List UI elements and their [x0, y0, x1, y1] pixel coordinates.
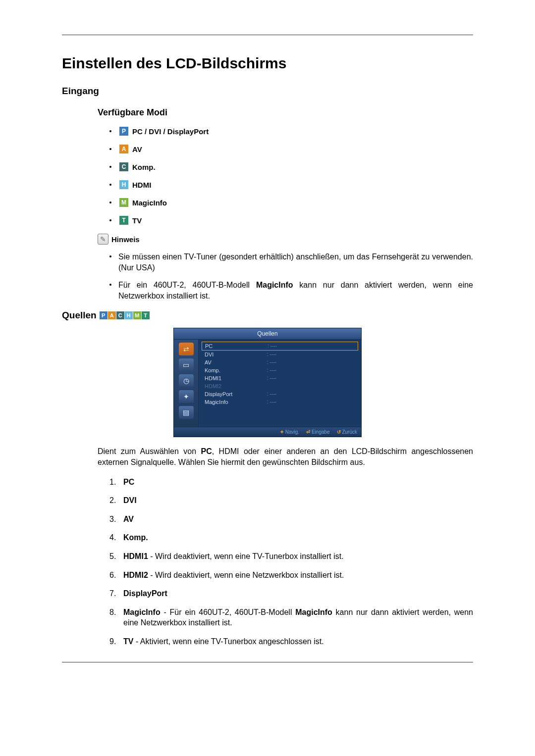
- osd-row-name: MagicInfo: [205, 399, 259, 405]
- osd-footer-navig: ✦ Navig.: [280, 429, 299, 435]
- list-bold: Komp.: [123, 533, 148, 542]
- osd-row-name: DisplayPort: [205, 391, 259, 397]
- osd-row: DisplayPort: ----: [202, 390, 358, 398]
- osd-title: Quellen: [174, 328, 361, 340]
- osd-sidebar-icon: ▭: [179, 358, 194, 371]
- rule-top: [62, 35, 473, 35]
- osd-row-name: AV: [205, 359, 259, 365]
- osd-footer-label: Eingabe: [312, 429, 330, 435]
- osd-row-name: DVI: [205, 352, 259, 357]
- osd-sidebar-icon: ✦: [179, 390, 194, 403]
- mode-label: MagicInfo: [132, 199, 167, 207]
- document-page: Einstellen des LCD-Bildschirms Eingang V…: [0, 0, 535, 692]
- osd-sidebar-icon: ▤: [179, 406, 194, 419]
- osd-row: PC: ----: [202, 342, 358, 351]
- osd-footer: ✦ Navig. ⏎ Eingabe ↺ Zurück: [174, 427, 361, 437]
- mode-label: Komp.: [132, 163, 156, 171]
- hinweis-heading: ✎ Hinweis: [98, 234, 473, 245]
- osd-menu: Quellen ⇄ ▭ ◷ ✦ ▤ PC: ---- DVI: ---- AV:…: [173, 328, 362, 437]
- list-text: - Aktiviert, wenn eine TV-Tunerbox anges…: [133, 637, 323, 646]
- bullet-icon: [109, 148, 111, 150]
- list-bold: HDMI1: [123, 552, 148, 560]
- note-bold: MagicInfo: [256, 281, 293, 289]
- list-item: DisplayPort: [109, 588, 473, 599]
- osd-row-name: PC: [205, 343, 260, 349]
- list-item: AV: [109, 514, 473, 525]
- osd-row: HDMI2: [202, 382, 358, 390]
- note-item: Für ein 460UT-2, 460UT-B-Modell MagicInf…: [109, 280, 473, 301]
- section-eingang: Eingang: [62, 86, 473, 97]
- quellen-description: Dient zum Auswählen von PC, HDMI oder ei…: [98, 446, 473, 467]
- list-item: HDMI2 - Wird deaktiviert, wenn eine Netz…: [109, 570, 473, 581]
- osd-row-val: : ----: [267, 359, 276, 365]
- list-text: - Wird deaktiviert, wenn eine TV-Tunerbo…: [148, 552, 344, 560]
- osd-row-val: : ----: [267, 391, 276, 397]
- list-item: PC: [109, 477, 473, 488]
- list-bold: HDMI2: [123, 571, 148, 579]
- osd-body: ⇄ ▭ ◷ ✦ ▤ PC: ---- DVI: ---- AV: ---- Ko…: [174, 340, 361, 427]
- osd-row-val: : ----: [267, 399, 276, 405]
- list-bold: MagicInfo: [123, 608, 160, 616]
- badge-p-icon: P: [119, 127, 128, 136]
- list-item: HDMI1 - Wird deaktiviert, wenn eine TV-T…: [109, 551, 473, 562]
- badge-m-icon: M: [133, 311, 141, 319]
- badge-h-icon: H: [125, 311, 133, 319]
- quellen-badge-row: P A C H M T: [100, 311, 150, 319]
- list-bold: PC: [123, 478, 134, 486]
- osd-footer-enter: ⏎ Eingabe: [306, 429, 329, 435]
- list-text: - Wird deaktiviert, wenn eine Netzwerkbo…: [148, 571, 344, 579]
- badge-a-icon: A: [119, 145, 128, 153]
- osd-footer-label: Navig.: [285, 429, 299, 435]
- bullet-icon: [109, 184, 111, 186]
- list-item: TV - Aktiviert, wenn eine TV-Tunerbox an…: [109, 636, 473, 647]
- mode-item-hdmi: H HDMI: [109, 180, 473, 189]
- osd-row-val: : ----: [267, 375, 276, 381]
- osd-row-name: HDMI2: [205, 383, 259, 389]
- osd-sidebar-icon: ⇄: [179, 343, 194, 355]
- osd-row: HDMI1: ----: [202, 374, 358, 382]
- badge-c-icon: C: [119, 162, 128, 171]
- desc-text: Dient zum Auswählen von: [98, 447, 201, 455]
- notes-list: Sie müssen einen TV-Tuner (gesondert erh…: [109, 252, 473, 301]
- osd-row-val: : ----: [268, 343, 277, 349]
- osd-row-name: Komp.: [205, 367, 259, 373]
- badge-p-icon: P: [100, 311, 107, 319]
- osd-row-val: : ----: [267, 367, 276, 373]
- osd-row: AV: ----: [202, 358, 358, 366]
- mode-label: AV: [132, 145, 142, 153]
- section-quellen: Quellen: [62, 310, 97, 321]
- list-bold: MagicInfo: [295, 608, 332, 616]
- rule-bottom: [62, 662, 473, 662]
- osd-row: DVI: ----: [202, 351, 358, 358]
- osd-list: PC: ---- DVI: ---- AV: ---- Komp.: ---- …: [199, 340, 361, 427]
- available-modes-list: P PC / DVI / DisplayPort A AV C Komp. H …: [109, 127, 473, 225]
- hinweis-label: Hinweis: [111, 235, 140, 244]
- note-text: Für ein 460UT-2, 460UT-B-Modell: [118, 281, 256, 289]
- list-bold: DVI: [123, 496, 137, 504]
- desc-bold: PC: [201, 447, 212, 455]
- list-bold: TV: [123, 637, 133, 646]
- osd-screenshot: Quellen ⇄ ▭ ◷ ✦ ▤ PC: ---- DVI: ---- AV:…: [62, 328, 473, 437]
- list-text: - Für ein 460UT-2, 460UT-B-Modell: [160, 608, 296, 616]
- list-item: Komp.: [109, 532, 473, 543]
- osd-footer-back: ↺ Zurück: [337, 429, 357, 435]
- badge-h-icon: H: [119, 180, 128, 189]
- osd-row: MagicInfo: ----: [202, 398, 358, 406]
- badge-c-icon: C: [116, 311, 124, 319]
- mode-item-av: A AV: [109, 145, 473, 153]
- note-item: Sie müssen einen TV-Tuner (gesondert erh…: [109, 252, 473, 273]
- bullet-icon: [109, 202, 111, 203]
- badge-t-icon: T: [142, 311, 150, 319]
- list-item: MagicInfo - Für ein 460UT-2, 460UT-B-Mod…: [109, 607, 473, 628]
- badge-a-icon: A: [108, 311, 116, 319]
- osd-footer-label: Zurück: [342, 429, 357, 435]
- bullet-icon: [109, 130, 111, 132]
- mode-label: TV: [132, 216, 142, 225]
- list-bold: AV: [123, 515, 134, 523]
- mode-item-magicinfo: M MagicInfo: [109, 198, 473, 207]
- subsection-modi: Verfügbare Modi: [98, 107, 473, 118]
- osd-row-name: HDMI1: [205, 375, 259, 381]
- badge-t-icon: T: [119, 216, 128, 225]
- list-item: DVI: [109, 495, 473, 506]
- osd-row: Komp.: ----: [202, 366, 358, 374]
